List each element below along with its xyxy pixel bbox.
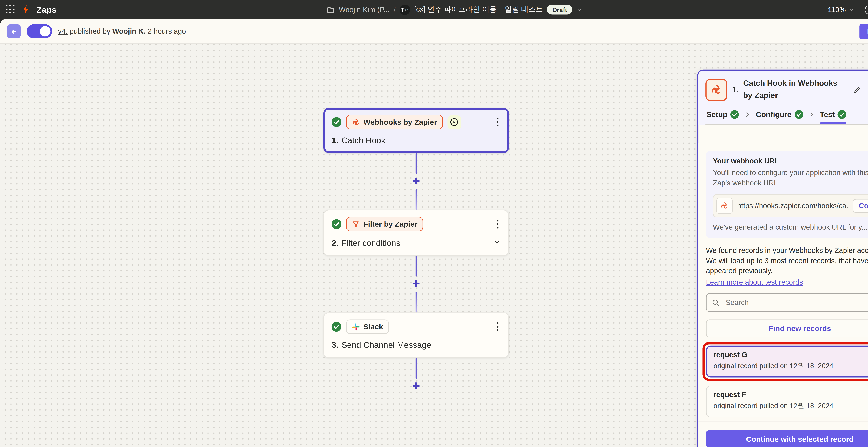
webhook-card-heading: Your webhook URL — [713, 157, 868, 165]
editor-content: v4. published by Woojin K. 2 hours ago P… — [0, 19, 868, 447]
add-step-button[interactable]: + — [412, 278, 420, 290]
app-pill-slack[interactable]: Slack — [346, 320, 389, 334]
record-row-request-g[interactable]: request G original record pulled on 12월 … — [706, 346, 868, 377]
record-row-request-f[interactable]: request F original record pulled on 12월 … — [706, 385, 868, 417]
panel-step-title: Catch Hook in Webhooks by Zapier — [743, 78, 846, 102]
webhooks-icon — [716, 198, 733, 214]
tab-separator-chevron-icon — [808, 111, 815, 123]
filter-icon — [352, 220, 360, 228]
top-header: Zaps Woojin Kim (P... / T↵ [cx] 연주 파이프라인… — [0, 0, 868, 19]
webhook-card-footnote: We've generated a custom webhook URL for… — [713, 223, 868, 232]
add-step-button[interactable]: + — [412, 176, 420, 187]
find-new-records-button[interactable]: Find new records — [706, 319, 868, 337]
zap-status-chevron-icon[interactable] — [576, 7, 582, 12]
publish-button[interactable]: Publish — [860, 24, 868, 39]
zapier-bolt-icon — [21, 5, 31, 14]
version-status: v4. published by Woojin K. 2 hours ago — [58, 27, 186, 35]
app-launcher-icon[interactable] — [6, 5, 15, 14]
step-success-icon — [332, 219, 341, 229]
connector: + — [412, 358, 420, 394]
webhooks-icon — [352, 118, 360, 126]
connector: + — [412, 256, 420, 312]
publisher-name: Woojin K. — [112, 27, 146, 35]
status-badge: Draft — [547, 5, 572, 14]
add-step-button[interactable]: + — [412, 380, 420, 392]
step-detail-panel: 1. Catch Hook in Webhooks by Zapier — [697, 70, 868, 447]
rename-title-icon[interactable]: T↵ — [400, 4, 410, 15]
instant-trigger-icon[interactable] — [447, 115, 461, 129]
breadcrumb-separator: / — [394, 5, 396, 14]
panel-header: 1. Catch Hook in Webhooks by Zapier — [699, 71, 868, 124]
learn-more-link[interactable]: Learn more about test records — [706, 278, 803, 286]
folder-icon — [327, 5, 335, 14]
step-card-catch-hook[interactable]: Webhooks by Zapier 1.Catch Hook — [323, 108, 509, 153]
records-intro-text: We found records in your Webhooks by Zap… — [706, 246, 868, 276]
step-menu-kebab-icon[interactable] — [494, 321, 501, 332]
zoom-level-dropdown[interactable]: 110% — [828, 5, 855, 14]
panel-tabs: Setup Configure — [705, 102, 868, 124]
breadcrumb-folder[interactable]: Woojin Kim (P... — [339, 5, 390, 14]
app-pill-webhooks[interactable]: Webhooks by Zapier — [346, 115, 443, 129]
zoom-level-value: 110% — [828, 5, 846, 14]
app-pill-filter[interactable]: Filter by Zapier — [346, 217, 423, 231]
breadcrumb: Woojin Kim (P... / T↵ [cx] 연주 파이프라인 이동 _… — [327, 0, 582, 19]
slack-icon — [352, 323, 360, 331]
edit-title-icon[interactable] — [853, 86, 861, 94]
step-menu-kebab-icon[interactable] — [494, 116, 501, 128]
app-window: Zaps Woojin Kim (P... / T↵ [cx] 연주 파이프라인… — [0, 0, 868, 447]
connector: + — [412, 153, 420, 210]
tab-separator-chevron-icon — [744, 111, 751, 123]
version-link[interactable]: v4. — [58, 27, 68, 35]
step-card-slack[interactable]: Slack 3.Send Channel Message — [323, 312, 509, 358]
webhooks-app-icon — [705, 79, 727, 101]
panel-body: Your webhook URL You'll need to configur… — [699, 143, 868, 421]
panel-footer: Continue with selected record — [699, 421, 868, 447]
step-title: 2.Filter conditions — [332, 238, 501, 248]
copy-url-button[interactable]: Copy — [852, 199, 868, 213]
search-icon — [712, 299, 720, 307]
webhook-url-value: https://hooks.zapier.com/hooks/ca... — [737, 202, 848, 210]
step-title: 3.Send Channel Message — [332, 340, 501, 350]
step-menu-kebab-icon[interactable] — [494, 218, 501, 230]
step-success-icon — [332, 117, 341, 127]
tab-test[interactable]: Test — [820, 110, 846, 124]
help-icon: ? — [865, 5, 868, 14]
webhook-card-description: You'll need to configure your applicatio… — [713, 168, 868, 188]
zap-on-toggle[interactable] — [27, 24, 52, 38]
record-search-box[interactable] — [706, 293, 868, 312]
panel-step-number: 1. — [732, 85, 739, 94]
editor-toolbar: v4. published by Woojin K. 2 hours ago P… — [0, 19, 868, 44]
help-menu[interactable]: ? Help — [865, 5, 868, 14]
back-button[interactable] — [7, 24, 21, 38]
search-input[interactable] — [724, 298, 868, 307]
continue-with-selected-record-button[interactable]: Continue with selected record — [706, 430, 868, 447]
tab-setup[interactable]: Setup — [707, 110, 739, 124]
step-success-icon — [332, 322, 341, 332]
toggle-knob — [40, 26, 50, 36]
expand-filter-chevron-icon[interactable] — [493, 238, 501, 248]
tab-configure[interactable]: Configure — [756, 110, 803, 124]
webhook-url-card: Your webhook URL You'll need to configur… — [706, 151, 868, 238]
step-title: 1.Catch Hook — [332, 136, 501, 145]
webhook-url-field[interactable]: https://hooks.zapier.com/hooks/ca... Cop… — [713, 194, 868, 217]
step-card-filter[interactable]: Filter by Zapier 2.Filter conditions — [323, 210, 509, 256]
zap-title[interactable]: [cx] 연주 파이프라인 이동 _ 알림 테스트 — [414, 5, 543, 14]
page-title: Zaps — [36, 5, 57, 14]
